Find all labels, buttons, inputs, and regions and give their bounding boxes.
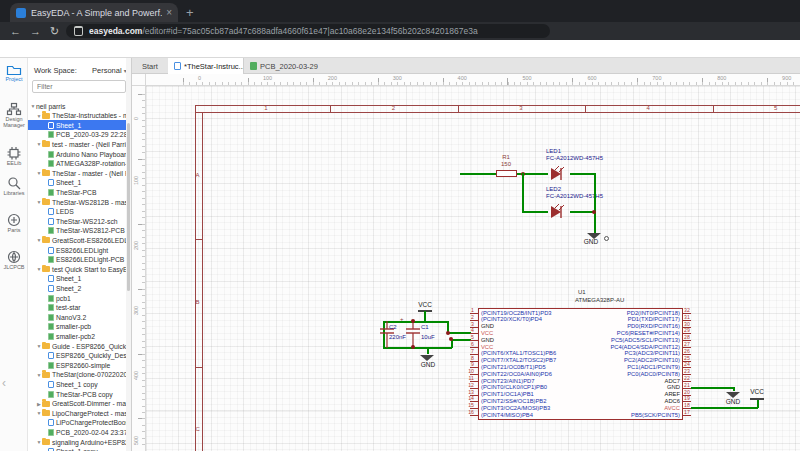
r1-value[interactable]: 150 xyxy=(490,161,522,168)
tree-item-selected[interactable]: Sheet_1 xyxy=(28,120,132,130)
resistor-r1[interactable] xyxy=(496,169,517,178)
c1-ref[interactable]: C1 xyxy=(421,324,429,331)
tree-item[interactable]: ESP8266_Quickly_Design xyxy=(28,351,132,361)
wire[interactable] xyxy=(522,211,548,213)
tree-item[interactable]: ▼TheStar-Instructables - master - xyxy=(28,111,132,121)
u1-ref[interactable]: U1 xyxy=(578,289,586,296)
vcc-net-label[interactable]: VCC xyxy=(411,301,439,308)
tree-item[interactable]: PCB_2020-02-04 23:37:14 xyxy=(28,427,132,437)
frame-zone-label: 3 xyxy=(515,105,527,111)
close-tab-icon[interactable]: × xyxy=(166,7,172,18)
reload-icon[interactable]: ↻ xyxy=(50,24,59,38)
u1-pin-16[interactable] xyxy=(470,415,478,416)
tree-item[interactable]: ES8266LEDLight xyxy=(28,245,132,255)
vcc-net-label[interactable]: VCC xyxy=(743,388,771,395)
junction-dot xyxy=(449,337,453,341)
led1-part[interactable]: FC-A2012WD-457H5 xyxy=(546,155,603,162)
wire[interactable] xyxy=(460,173,496,175)
sidebar-item-eelib[interactable]: EELib xyxy=(0,146,28,166)
tree-item[interactable]: Sheet_1 copy xyxy=(28,379,132,389)
wire[interactable] xyxy=(570,173,595,175)
led2-symbol[interactable] xyxy=(546,204,572,220)
back-icon[interactable]: ← xyxy=(10,24,21,38)
sidebar-item-jlcpcb[interactable]: JLCPCB xyxy=(0,250,28,270)
c1-polarity: + xyxy=(400,316,404,323)
wire[interactable] xyxy=(427,347,429,354)
wire[interactable] xyxy=(691,407,758,409)
workspace-label: Work Space: xyxy=(34,66,77,75)
tree-item[interactable]: ▼TheStar - master - (Neil Parris) xyxy=(28,168,132,178)
tree-item[interactable]: ▼TheStar(clone-07022020) - mas xyxy=(28,370,132,380)
tree-item[interactable]: TheStar-PCB copy xyxy=(28,389,132,399)
gnd-net-label[interactable]: GND xyxy=(413,361,443,368)
tree-item[interactable]: ▼LipoChargeProtect - master - (N xyxy=(28,408,132,418)
led2-ref[interactable]: LED2 xyxy=(546,186,561,193)
panel-scrollbar[interactable] xyxy=(126,58,131,451)
tree-item[interactable]: Arduino Nano Playboard xyxy=(28,149,132,159)
tree-item[interactable]: smaller-pcb xyxy=(28,322,132,332)
tree-item[interactable]: ▼neil parris xyxy=(28,101,132,111)
net-port-circle[interactable] xyxy=(604,236,609,241)
tree-item[interactable]: smaller-pcb2 xyxy=(28,331,132,341)
tree-item[interactable]: ES8266LEDLight-PCB xyxy=(28,255,132,265)
sidebar-item-project[interactable]: Project xyxy=(0,62,28,82)
address-bar[interactable]: easyeda.com/editor#id=75ac05cb87ad47c688… xyxy=(66,24,550,38)
c1-value[interactable]: 10uF xyxy=(421,334,435,341)
tree-item[interactable]: Sheet_1 xyxy=(28,178,132,188)
c2-ref[interactable]: C2 xyxy=(389,324,397,331)
tree-item[interactable]: TheStar-WS212-sch xyxy=(28,216,132,226)
pin-name: GND xyxy=(481,323,494,330)
tree-item[interactable]: ▼Guide - ESP8266_Quickly Desi xyxy=(28,341,132,351)
workspace-select[interactable]: Personal ▾ xyxy=(92,66,127,75)
u1-part[interactable]: ATMEGA328P-AU xyxy=(575,297,624,304)
tree-item[interactable]: ▶GreatScott-Dimmer - master - ( xyxy=(28,399,132,409)
browser-tab[interactable]: EasyEDA - A Simple and Powerf... × xyxy=(10,3,178,22)
ruler-label: 900 xyxy=(782,75,791,81)
sidebar-item-parts[interactable]: Parts xyxy=(0,213,28,233)
collapse-panel-icon[interactable]: ‹ xyxy=(2,376,6,390)
wire[interactable] xyxy=(594,173,596,233)
tree-item[interactable]: Sheet_2 xyxy=(28,283,132,293)
filter-input[interactable] xyxy=(32,80,126,93)
tree-item[interactable]: Sheet_1 copy xyxy=(28,447,132,451)
led1-ref[interactable]: LED1 xyxy=(546,148,561,155)
gnd-net-label[interactable]: GND xyxy=(575,238,607,245)
vcc-symbol[interactable] xyxy=(750,398,764,400)
tree-item[interactable]: test-star xyxy=(28,303,132,313)
folder-icon xyxy=(42,141,50,147)
tab--thestar-instruc-[interactable]: *TheStar-Instruc... xyxy=(168,58,244,74)
tab-pcb-2020-03-29-[interactable]: PCB_2020-03-29... xyxy=(244,58,318,74)
tree-item[interactable]: TheStar-WS2812-PCB xyxy=(28,226,132,236)
tree-item[interactable]: ▼TheStar-WS2812B - master - (N xyxy=(28,197,132,207)
tree-item[interactable]: LEDS xyxy=(28,207,132,217)
tree-item[interactable]: NanoV3.2 xyxy=(28,312,132,322)
new-tab-button[interactable]: + xyxy=(186,5,194,20)
tree-item[interactable]: ▼GreatScott-ES8266LEDLight - m xyxy=(28,235,132,245)
forward-icon[interactable]: → xyxy=(30,24,41,38)
r1-ref[interactable]: R1 xyxy=(490,154,522,161)
sidebar-item-design-manager[interactable]: Design Manager xyxy=(0,102,28,128)
capacitor-c1[interactable] xyxy=(405,321,421,348)
scrollbar-thumb[interactable] xyxy=(127,123,130,291)
sidebar-item-libraries[interactable]: Libraries xyxy=(0,176,28,196)
tree-item[interactable]: ESP82660-simple xyxy=(28,360,132,370)
c2-value[interactable]: 220nF xyxy=(389,334,406,341)
wire[interactable] xyxy=(522,173,524,212)
tree-item[interactable]: ▼signaling Arduino+ESP8266+SI xyxy=(28,437,132,447)
tab-start[interactable]: Start xyxy=(136,58,168,74)
tree-item[interactable]: pcb1 xyxy=(28,293,132,303)
tree-item[interactable]: LiPoChargeProtectBoost xyxy=(28,418,132,428)
pin-number: 31 xyxy=(684,314,690,320)
tree-item[interactable]: TheStar-PCB xyxy=(28,187,132,197)
wire[interactable] xyxy=(757,399,759,408)
led1-symbol[interactable] xyxy=(546,166,572,182)
tree-item[interactable]: ▼test - master - (Neil Parris) xyxy=(28,139,132,149)
pin-number: 19 xyxy=(684,395,690,401)
gnd-net-label[interactable]: GND xyxy=(718,398,748,405)
tree-item[interactable]: PCB_2020-03-29 22:28:17 xyxy=(28,130,132,140)
tree-item[interactable]: ▼test Quick Start to EasyEDA - m xyxy=(28,264,132,274)
u1-pin-17[interactable] xyxy=(683,415,691,416)
wire[interactable] xyxy=(691,387,734,389)
tree-item[interactable]: Sheet_1 xyxy=(28,274,132,284)
tree-item[interactable]: ATMEGA328P-rotation-test xyxy=(28,159,132,169)
